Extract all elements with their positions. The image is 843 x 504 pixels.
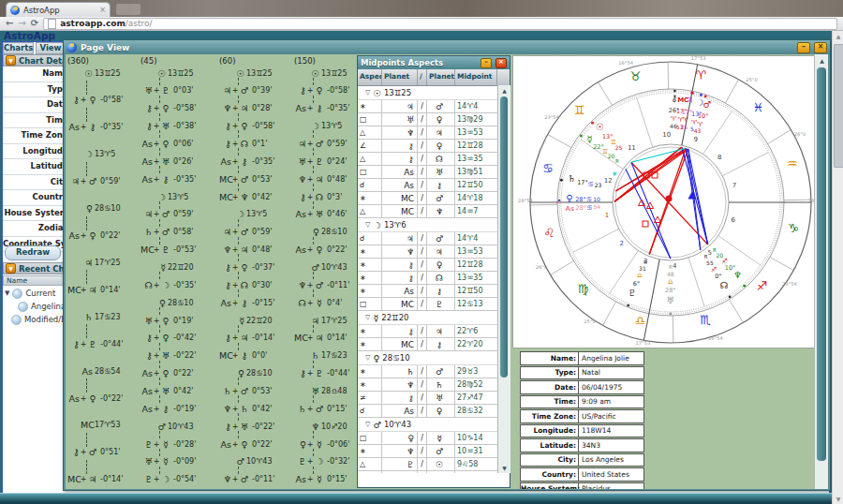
midpoint-aspect-row[interactable]: □♅/♀13♍29	[358, 113, 497, 126]
scroll-up-icon[interactable]: ▲	[815, 57, 828, 64]
browser-tab[interactable]: AstroApp ×	[6, 2, 111, 17]
nav-tab-charts[interactable]: Charts	[3, 42, 34, 54]
minimize-button[interactable]: –	[481, 58, 492, 68]
screen: AstroApp × ← → ⟳ astroapp.com/astro/ Ast…	[0, 0, 843, 504]
midpoint-aspect-row[interactable]: △⚷/☊13♒35	[358, 153, 497, 166]
page-view-scrollbar[interactable]: ▲	[814, 54, 828, 489]
separator: /	[418, 126, 427, 139]
orb-value: 0°42'	[173, 387, 193, 395]
midpoint-aspect-row[interactable]: ∗♆/♂10♒31	[358, 445, 497, 458]
column-header[interactable]: Planet	[427, 69, 455, 85]
collapse-arrow-icon[interactable]: ▼	[6, 55, 16, 66]
midpoints-scrollbar[interactable]: ▲ ▼	[497, 85, 510, 473]
forward-icon[interactable]: →	[18, 19, 25, 28]
midpoint-aspect-row[interactable]: ∗As/⚷12♊50	[358, 285, 497, 298]
back-icon[interactable]: ←	[6, 19, 13, 28]
browser-scrollbar[interactable]: ▲ ▼	[832, 31, 843, 504]
midpoint-aspect-row[interactable]: ∗MC/♂14♈18	[358, 192, 497, 205]
midpoint-aspect-row[interactable]: ≠⚷/♅27♐47	[358, 392, 497, 405]
midpoint-aspect-row[interactable]: ∗♄/♂29♉3	[358, 365, 497, 378]
group-collapse-icon[interactable]: ▽	[365, 89, 370, 96]
aspect-glyph: △	[358, 126, 382, 139]
position-value: 13♈5	[168, 193, 188, 201]
planet-glyph: ♅	[160, 350, 171, 361]
midpoint-aspect-row[interactable]: ∗♆/♃13♒53	[358, 245, 497, 259]
chart-item-label[interactable]: Current	[25, 289, 55, 298]
midpoint-group-row[interactable]: ▽☉13♊25	[358, 86, 497, 100]
column-header[interactable]: Midpoint	[455, 69, 497, 85]
planet-glyph: ☉	[307, 68, 319, 79]
planet-glyph: ⚷	[140, 333, 153, 343]
planet-position: 13♊25	[384, 88, 411, 97]
midpoint-pair-entry: As+⚷-0°15'	[219, 297, 292, 308]
midpoint-pair-entry: ☊+☿0°4'	[294, 297, 356, 308]
midpoint-value: 22♈6	[455, 325, 497, 337]
orb-value: 0°14'	[327, 334, 347, 342]
group-collapse-icon[interactable]: ▽	[365, 314, 370, 321]
scrollbar-thumb[interactable]	[834, 44, 843, 168]
midpoint-aspect-row[interactable]: □As/♅13♍51	[358, 166, 497, 179]
reload-icon[interactable]: ⟳	[31, 19, 38, 28]
planet-glyph: ♀	[160, 368, 171, 378]
url-bar[interactable]: astroapp.com/astro/	[43, 18, 837, 30]
cusp-degree-label: 26°0	[794, 131, 806, 137]
group-collapse-icon[interactable]: ▽	[365, 221, 370, 229]
midpoint-aspect-row[interactable]: ☌As/♀28♋32	[358, 405, 497, 418]
page-view-titlebar[interactable]: Page View – ×	[64, 40, 830, 54]
midpoint-aspect-row[interactable]: □♇/☽9♋48	[358, 471, 497, 473]
midpoint-group-row[interactable]: ▽♀28♋10	[358, 351, 497, 365]
svg-text:R: R	[704, 254, 708, 259]
scroll-up-icon[interactable]: ▲	[833, 33, 843, 39]
midpoint-aspect-row[interactable]: ∗⚷/♃22♈6	[358, 325, 497, 338]
nav-tab-view[interactable]: View	[36, 42, 66, 54]
scroll-down-icon[interactable]: ▼	[498, 465, 510, 471]
redraw-button[interactable]: Redraw	[5, 245, 61, 260]
midpoint-aspect-row[interactable]: △♆/♃13♒53	[358, 126, 497, 140]
scroll-up-icon[interactable]: ▲	[498, 87, 510, 94]
midpoint-aspect-row[interactable]: △♇/☉9♌58	[358, 458, 497, 471]
midpoints-table-header: AspectsPlanet/PlanetMidpoint	[358, 69, 510, 86]
midpoint-aspect-row[interactable]: ☌As/⚷12♊50	[358, 179, 497, 192]
close-button[interactable]: ×	[814, 42, 827, 53]
planet-glyph: ♂	[703, 99, 712, 110]
midpoint-aspect-row[interactable]: ∗♃/♂14♈4	[358, 100, 497, 113]
scrollbar-thumb[interactable]	[817, 67, 826, 461]
tab-close-icon[interactable]: ×	[99, 7, 106, 14]
midpoint-group-row[interactable]: ▽♂10♈43	[358, 418, 497, 432]
midpoint-aspect-row[interactable]: ∗MC/⚷22♈20	[358, 338, 497, 351]
planet-glyph: ⚷	[67, 339, 80, 349]
midpoint-group-row[interactable]: ▽☿22♊20	[358, 311, 497, 325]
column-header[interactable]: Aspects	[358, 69, 382, 85]
minimize-button[interactable]: –	[797, 42, 810, 53]
midpoint-aspect-row[interactable]: ∗⚷/♀12♊28	[358, 259, 497, 272]
info-value: Angelina Jolie	[579, 352, 643, 364]
column-header[interactable]: /	[418, 69, 427, 85]
group-collapse-icon[interactable]: ▽	[365, 421, 370, 428]
column-header[interactable]: Planet	[382, 69, 418, 85]
planet-position-entry: ☽13♈5	[67, 149, 139, 160]
scrollbar-thumb[interactable]	[500, 96, 508, 378]
midpoints-aspects-titlebar[interactable]: Midpoints Aspects – ×	[358, 56, 510, 69]
midpoint-group-row[interactable]: ▽☽13♈6	[358, 218, 497, 232]
midpoint-aspect-row[interactable]: ∠⚷/♀12♊28	[358, 140, 497, 153]
field-label: Time Zone:	[3, 128, 71, 143]
new-tab-button[interactable]	[116, 4, 140, 15]
scroll-down-icon[interactable]: ▼	[833, 496, 843, 502]
midpoint-pair-entry: As+⚷-0°35'	[67, 122, 139, 133]
midpoint-aspect-row[interactable]: ∗♆/♄28♍52	[358, 378, 497, 392]
tree-expand-icon[interactable]: ▼	[5, 289, 9, 297]
position-value: 28♋10	[95, 204, 121, 213]
midpoint-aspect-row[interactable]: □♀/☿10♑14	[358, 432, 497, 445]
midpoints-aspects-window: Midpoints Aspects – × AspectsPlanet/Plan…	[357, 55, 510, 488]
field-label: Name:	[3, 67, 71, 82]
midpoint-aspect-row[interactable]: △MC/♆14♒7	[358, 205, 497, 218]
close-button[interactable]: ×	[495, 58, 507, 68]
collapse-arrow-icon[interactable]: ▼	[6, 263, 16, 274]
url-text[interactable]: astroapp.com/astro/	[60, 19, 152, 28]
planet-glyph: ☊	[239, 280, 250, 290]
chart-info-row: Country:United States	[520, 467, 644, 482]
group-collapse-icon[interactable]: ▽	[365, 354, 370, 362]
midpoint-aspect-row[interactable]: ☌♃/♂14♈4	[358, 232, 497, 245]
midpoint-aspect-row[interactable]: ∗⚷/☊13♒35	[358, 272, 497, 285]
midpoint-aspect-row[interactable]: □MC/♇12♋13	[358, 298, 497, 311]
